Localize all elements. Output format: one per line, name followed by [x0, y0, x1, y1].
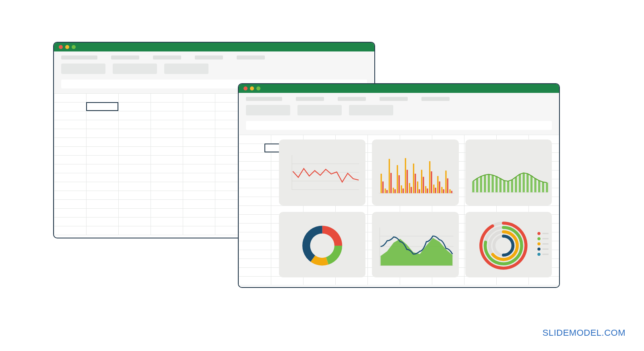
svg-rect-44: [476, 179, 478, 192]
ribbon-group[interactable]: [349, 105, 393, 115]
combo-chart-icon: [372, 212, 458, 278]
donut-chart-icon: [279, 212, 365, 278]
close-icon[interactable]: [59, 45, 63, 49]
ribbon-tab[interactable]: [246, 97, 282, 101]
svg-rect-20: [409, 183, 410, 193]
svg-rect-51: [503, 181, 505, 192]
svg-rect-81: [542, 253, 548, 255]
svg-rect-52: [507, 181, 509, 193]
svg-rect-55: [518, 174, 520, 192]
ribbon-front: [239, 93, 559, 135]
svg-rect-39: [447, 179, 448, 193]
svg-rect-30: [429, 161, 430, 193]
svg-rect-57: [526, 174, 528, 193]
chart-area: [465, 140, 552, 205]
ribbon-group[interactable]: [297, 105, 342, 115]
svg-rect-62: [546, 183, 548, 192]
selected-cell[interactable]: [86, 102, 118, 111]
ribbon-tab[interactable]: [237, 55, 265, 60]
svg-rect-23: [415, 174, 416, 193]
svg-point-72: [537, 232, 541, 235]
minimize-icon[interactable]: [250, 86, 254, 90]
svg-rect-27: [423, 177, 424, 193]
svg-rect-12: [393, 188, 394, 193]
svg-rect-54: [515, 177, 517, 192]
ribbon-group[interactable]: [164, 64, 208, 74]
svg-rect-31: [431, 171, 432, 193]
line-chart-icon: [279, 140, 365, 205]
spreadsheet-grid-front[interactable]: [239, 135, 559, 285]
chart-combo: [372, 212, 458, 278]
formula-bar[interactable]: [246, 121, 552, 130]
svg-rect-15: [398, 175, 400, 193]
svg-rect-14: [397, 165, 398, 193]
svg-rect-17: [402, 189, 404, 193]
svg-rect-77: [542, 243, 548, 244]
maximize-icon[interactable]: [256, 86, 260, 90]
ribbon-group[interactable]: [113, 64, 157, 74]
svg-point-80: [537, 252, 541, 256]
ribbon-group[interactable]: [61, 64, 105, 74]
svg-rect-79: [542, 248, 548, 249]
bar-chart-icon: [372, 140, 458, 205]
radial-chart-icon: [465, 212, 552, 278]
ribbon-tab[interactable]: [61, 55, 97, 60]
ribbon-tab[interactable]: [195, 55, 223, 60]
svg-rect-36: [442, 187, 443, 193]
close-icon[interactable]: [244, 86, 248, 90]
svg-rect-53: [511, 180, 513, 192]
svg-rect-48: [491, 175, 493, 192]
titlebar-front: [239, 84, 559, 93]
ribbon-tab[interactable]: [153, 55, 181, 60]
svg-rect-16: [401, 185, 402, 193]
svg-rect-26: [421, 170, 422, 193]
ribbon-tab[interactable]: [380, 97, 408, 101]
minimize-icon[interactable]: [65, 45, 69, 49]
svg-rect-9: [386, 190, 388, 193]
svg-rect-58: [530, 176, 532, 192]
svg-rect-28: [425, 186, 426, 193]
svg-rect-35: [439, 181, 440, 193]
svg-rect-18: [405, 158, 406, 193]
svg-rect-21: [411, 187, 412, 193]
svg-rect-40: [450, 189, 451, 193]
svg-rect-19: [407, 170, 408, 193]
chart-bar: [372, 140, 458, 205]
maximize-icon[interactable]: [72, 45, 76, 49]
svg-point-76: [537, 242, 541, 245]
svg-rect-33: [435, 188, 436, 193]
svg-rect-61: [542, 182, 544, 192]
svg-rect-25: [419, 189, 420, 193]
svg-rect-22: [413, 164, 414, 193]
svg-rect-75: [542, 238, 548, 239]
svg-rect-32: [433, 185, 434, 193]
svg-rect-56: [522, 173, 524, 192]
titlebar-back: [54, 43, 374, 51]
spreadsheet-window-front: [238, 83, 560, 288]
chart-donut: [279, 212, 365, 278]
chart-radial: [465, 212, 552, 278]
watermark: SLIDEMODEL.COM: [543, 328, 625, 338]
chart-cards: [279, 140, 552, 277]
svg-rect-6: [381, 174, 382, 193]
svg-rect-13: [394, 189, 396, 193]
svg-rect-24: [417, 181, 418, 193]
ribbon-tab[interactable]: [296, 97, 324, 101]
svg-rect-73: [542, 233, 548, 234]
chart-line: [279, 140, 365, 205]
ribbon-tab[interactable]: [338, 97, 366, 101]
svg-rect-34: [438, 176, 439, 193]
svg-rect-41: [451, 191, 452, 193]
ribbon-tab[interactable]: [421, 97, 450, 101]
ribbon-tab[interactable]: [111, 55, 139, 60]
svg-rect-47: [487, 174, 489, 192]
svg-rect-43: [472, 181, 474, 193]
svg-rect-46: [484, 175, 486, 192]
svg-rect-8: [385, 189, 386, 193]
svg-rect-50: [499, 179, 501, 192]
ribbon-group[interactable]: [246, 105, 290, 115]
svg-rect-7: [382, 181, 384, 193]
svg-point-78: [537, 247, 541, 250]
svg-rect-49: [495, 177, 497, 193]
svg-rect-29: [427, 189, 428, 193]
